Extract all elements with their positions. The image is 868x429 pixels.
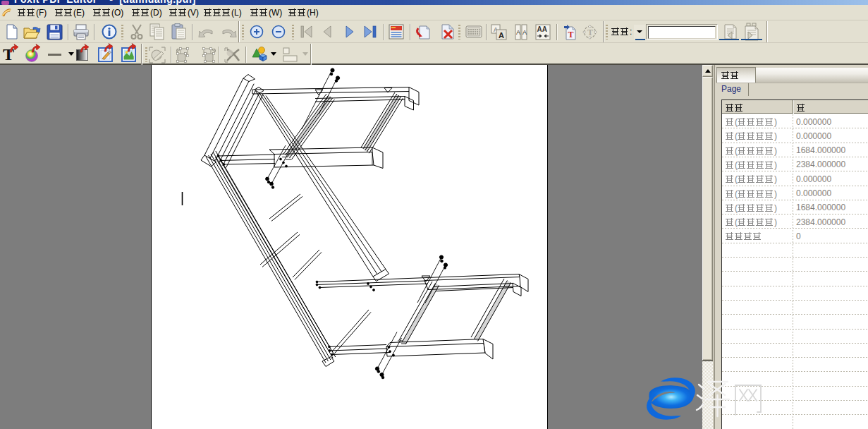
svg-text:T: T (568, 30, 574, 40)
svg-text:T: T (587, 28, 593, 37)
svg-text:AA: AA (537, 25, 547, 33)
svg-text:A: A (522, 29, 527, 36)
svg-text:A: A (499, 31, 504, 40)
svg-text:A: A (516, 29, 520, 36)
